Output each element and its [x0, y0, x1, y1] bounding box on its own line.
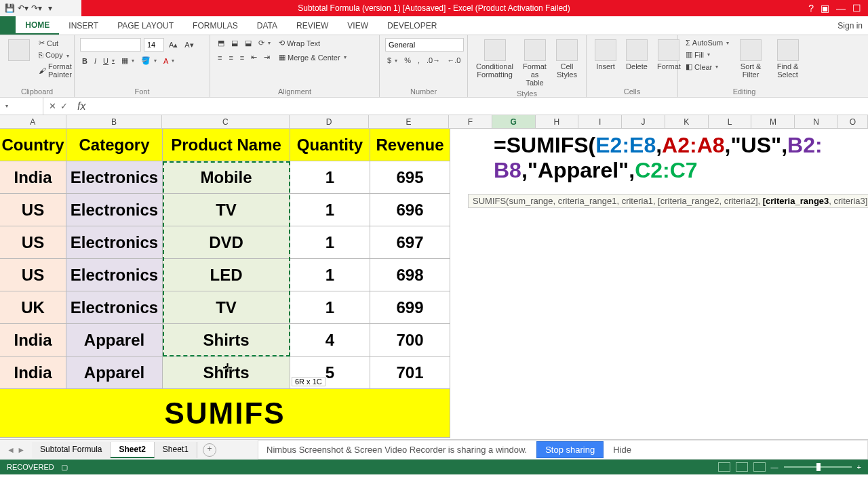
table-header[interactable]: Product Name: [163, 129, 290, 161]
zoom-out-icon[interactable]: —: [771, 463, 778, 471]
bold-button[interactable]: B: [80, 56, 90, 66]
align-left-icon[interactable]: ≡: [216, 53, 224, 62]
fill-color-button[interactable]: 🪣: [139, 56, 159, 66]
sheet-nav-arrows[interactable]: ◄ ►: [0, 445, 32, 455]
table-header[interactable]: Quantity: [290, 129, 370, 161]
table-cell[interactable]: US: [0, 226, 66, 259]
hide-banner-button[interactable]: Hide: [613, 445, 631, 455]
table-cell[interactable]: 4: [290, 324, 370, 357]
col-header-O[interactable]: O: [838, 115, 868, 128]
col-header-F[interactable]: F: [449, 115, 492, 128]
increase-indent-icon[interactable]: ⇥: [262, 52, 272, 62]
tab-page-layout[interactable]: PAGE LAYOUT: [108, 16, 183, 35]
col-header-K[interactable]: K: [665, 115, 709, 128]
sign-in-link[interactable]: Sign in: [837, 21, 868, 30]
macro-record-icon[interactable]: ▢: [61, 463, 68, 472]
table-cell[interactable]: US: [0, 194, 66, 226]
autosum-button[interactable]: ΣAutoSum: [684, 38, 731, 47]
table-cell[interactable]: 698: [370, 259, 450, 291]
tab-review[interactable]: REVIEW: [287, 16, 338, 35]
copy-button[interactable]: ⎘Copy: [37, 50, 74, 60]
ribbon-options-icon[interactable]: ▣: [821, 3, 829, 14]
redo-icon[interactable]: ↷▾: [31, 3, 42, 14]
table-cell[interactable]: TV: [163, 194, 290, 226]
table-header[interactable]: Category: [66, 129, 163, 161]
table-cell[interactable]: Shirts: [163, 357, 290, 389]
table-header[interactable]: Revenue: [370, 129, 450, 161]
find-select-button[interactable]: Find & Select: [770, 38, 805, 80]
table-cell[interactable]: 1: [290, 291, 370, 324]
tab-data[interactable]: DATA: [248, 16, 287, 35]
percent-icon[interactable]: %: [402, 56, 413, 65]
view-normal-icon[interactable]: [718, 462, 730, 472]
fx-icon[interactable]: fx: [73, 100, 90, 113]
table-cell[interactable]: 1: [290, 226, 370, 259]
table-cell[interactable]: 700: [370, 324, 450, 357]
format-as-table-button[interactable]: Format as Table: [520, 38, 549, 88]
decrease-font-icon[interactable]: A▾: [182, 40, 195, 50]
table-cell[interactable]: TV: [163, 291, 290, 324]
col-header-I[interactable]: I: [578, 115, 622, 128]
table-cell[interactable]: Electronics: [66, 259, 163, 291]
table-cell[interactable]: Electronics: [66, 194, 163, 226]
table-cell[interactable]: 1: [290, 194, 370, 226]
stop-sharing-button[interactable]: Stop sharing: [536, 441, 604, 458]
table-cell[interactable]: India: [0, 357, 66, 389]
align-center-icon[interactable]: ≡: [226, 53, 235, 62]
sheet-tab[interactable]: Sheet1: [155, 442, 197, 458]
font-size-select[interactable]: [144, 38, 164, 52]
col-header-L[interactable]: L: [709, 115, 752, 128]
align-bottom-icon[interactable]: ⬓: [243, 38, 254, 48]
col-header-H[interactable]: H: [536, 115, 579, 128]
sort-filter-button[interactable]: Sort & Filter: [735, 38, 766, 80]
col-header-D[interactable]: D: [290, 115, 370, 128]
increase-decimal-icon[interactable]: .0→: [425, 56, 442, 65]
col-header-E[interactable]: E: [369, 115, 449, 128]
col-header-C[interactable]: C: [162, 115, 289, 128]
italic-button[interactable]: I: [92, 56, 98, 66]
merge-center-button[interactable]: ▦Merge & Center: [277, 52, 349, 62]
save-icon[interactable]: 💾: [4, 3, 15, 14]
table-cell[interactable]: Electronics: [66, 291, 163, 324]
help-icon[interactable]: ?: [808, 3, 814, 14]
table-cell[interactable]: 697: [370, 226, 450, 259]
col-header-N[interactable]: N: [795, 115, 838, 128]
tab-formulas[interactable]: FORMULAS: [183, 16, 248, 35]
table-cell[interactable]: 701: [370, 357, 450, 389]
col-header-G[interactable]: G: [492, 115, 536, 128]
cut-button[interactable]: ✂Cut: [37, 38, 74, 48]
align-middle-icon[interactable]: ⬓: [229, 38, 240, 48]
zoom-in-icon[interactable]: +: [857, 463, 861, 471]
table-cell[interactable]: Electronics: [66, 161, 163, 194]
table-cell[interactable]: DVD: [163, 226, 290, 259]
font-family-select[interactable]: [80, 38, 141, 52]
table-cell[interactable]: LED: [163, 259, 290, 291]
table-cell[interactable]: 695: [370, 161, 450, 194]
cell-styles-button[interactable]: Cell Styles: [553, 38, 580, 80]
tab-home[interactable]: HOME: [16, 16, 59, 35]
cancel-formula-icon[interactable]: ✕: [49, 101, 56, 111]
clear-button[interactable]: ◧Clear: [684, 62, 731, 72]
undo-icon[interactable]: ↶▾: [18, 3, 28, 14]
table-cell[interactable]: Apparel: [66, 324, 163, 357]
fill-button[interactable]: ▥Fill: [684, 49, 731, 60]
table-cell[interactable]: Electronics: [66, 226, 163, 259]
paste-button[interactable]: [5, 38, 33, 62]
add-sheet-button[interactable]: +: [203, 443, 216, 457]
underline-button[interactable]: U: [101, 56, 117, 66]
number-format-select[interactable]: [385, 38, 464, 52]
orientation-icon[interactable]: ⟳: [256, 38, 273, 48]
table-header[interactable]: Country: [0, 129, 66, 161]
conditional-formatting-button[interactable]: Conditional Formatting: [473, 38, 516, 80]
format-painter-button[interactable]: 🖌Format Painter: [37, 62, 74, 79]
name-box[interactable]: [0, 98, 43, 115]
delete-cells-button[interactable]: Delete: [623, 38, 650, 72]
increase-font-icon[interactable]: A▴: [167, 40, 180, 50]
minimize-icon[interactable]: —: [836, 3, 846, 14]
col-header-A[interactable]: A: [0, 115, 66, 128]
tab-insert[interactable]: INSERT: [59, 16, 108, 35]
tab-developer[interactable]: DEVELOPER: [378, 16, 446, 35]
maximize-icon[interactable]: ☐: [852, 3, 861, 14]
align-top-icon[interactable]: ⬒: [216, 38, 226, 48]
wrap-text-button[interactable]: ⟲Wrap Text: [277, 38, 349, 48]
